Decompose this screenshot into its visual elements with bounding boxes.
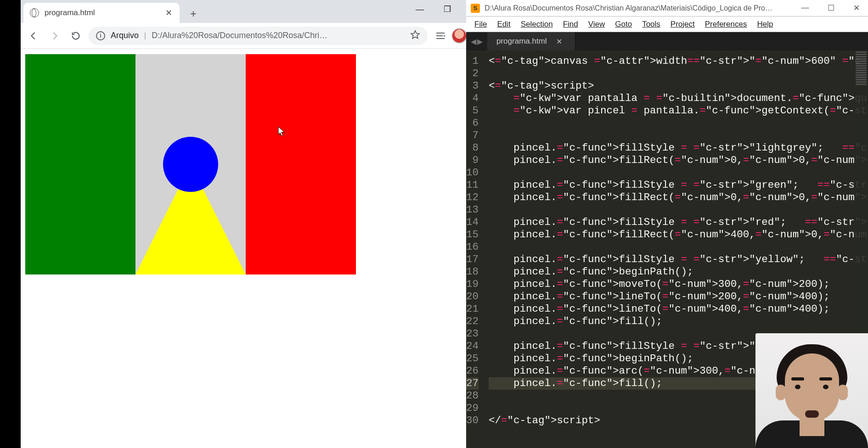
- sublime-tab-bar: ◀ ▶ programa.html ✕: [466, 32, 868, 50]
- sublime-title-text: D:\Alura Rosa\Documentos Rosa\Christian …: [485, 4, 794, 12]
- sublime-maximize-button[interactable]: ☐: [824, 3, 838, 13]
- nav-fwd-icon[interactable]: ▶: [477, 37, 483, 46]
- sublime-window-controls: — ☐ ✕: [798, 3, 863, 13]
- maximize-button[interactable]: ❐: [440, 4, 455, 14]
- nav-back-icon[interactable]: ◀: [471, 37, 476, 46]
- browser-tab[interactable]: programa.html ✕: [23, 3, 180, 23]
- tab-close-icon[interactable]: ✕: [164, 8, 173, 18]
- menu-find[interactable]: Find: [558, 18, 583, 31]
- menu-selection[interactable]: Selection: [516, 18, 558, 31]
- page-content: [21, 49, 486, 448]
- rendered-canvas: [25, 54, 356, 274]
- menu-view[interactable]: View: [584, 18, 610, 31]
- chrome-tabstrip: programa.html ✕ + — ❐ ✕: [21, 0, 486, 23]
- reading-list-icon[interactable]: [435, 30, 446, 41]
- sublime-minimize-button[interactable]: —: [798, 3, 812, 13]
- menu-preferences[interactable]: Preferences: [700, 18, 752, 31]
- sublime-app-icon: S: [471, 4, 480, 13]
- back-button[interactable]: [25, 28, 42, 44]
- menu-edit[interactable]: Edit: [492, 18, 515, 31]
- chrome-toolbar: i Arquivo | D:/Alura%20Rosa/Documentos%2…: [21, 23, 486, 49]
- addr-path: D:/Alura%20Rosa/Documentos%20Rosa/Chri…: [152, 31, 402, 40]
- sublime-nav-arrows: ◀ ▶: [466, 32, 487, 50]
- bookmark-star-icon[interactable]: [410, 30, 420, 42]
- sublime-tab-name: programa.html: [496, 37, 547, 46]
- tab-title: programa.html: [45, 8, 158, 17]
- menu-tools[interactable]: Tools: [637, 18, 665, 31]
- sublime-title-bar: S D:\Alura Rosa\Documentos Rosa\Christia…: [466, 0, 868, 17]
- menu-goto[interactable]: Goto: [610, 18, 637, 31]
- desktop: programa.html ✕ + — ❐ ✕ i Arquivo: [0, 0, 868, 448]
- menu-project[interactable]: Project: [666, 18, 699, 31]
- tab-favicon-globe-icon: [30, 8, 39, 17]
- site-info-icon[interactable]: i: [96, 31, 105, 40]
- chrome-window: programa.html ✕ + — ❐ ✕ i Arquivo: [21, 0, 487, 448]
- new-tab-button[interactable]: +: [184, 5, 203, 23]
- address-bar[interactable]: i Arquivo | D:/Alura%20Rosa/Documentos%2…: [89, 27, 428, 45]
- line-number-gutter: 1234567891011121314151617181920212223242…: [466, 50, 485, 448]
- menu-file[interactable]: File: [470, 18, 491, 31]
- menu-help[interactable]: Help: [752, 18, 778, 31]
- addr-divider: |: [144, 32, 146, 40]
- reload-button[interactable]: [68, 28, 84, 44]
- sublime-close-button[interactable]: ✕: [850, 3, 863, 13]
- addr-scheme: Arquivo: [111, 31, 139, 40]
- sublime-tab[interactable]: programa.html ✕: [487, 32, 575, 50]
- sublime-tab-close-icon[interactable]: ✕: [556, 37, 562, 46]
- sublime-menu-bar: File Edit Selection Find View Goto Tools…: [466, 17, 868, 32]
- forward-button[interactable]: [46, 28, 63, 44]
- minimize-button[interactable]: —: [412, 5, 428, 14]
- profile-avatar[interactable]: [451, 28, 467, 44]
- webcam-overlay: [755, 333, 868, 448]
